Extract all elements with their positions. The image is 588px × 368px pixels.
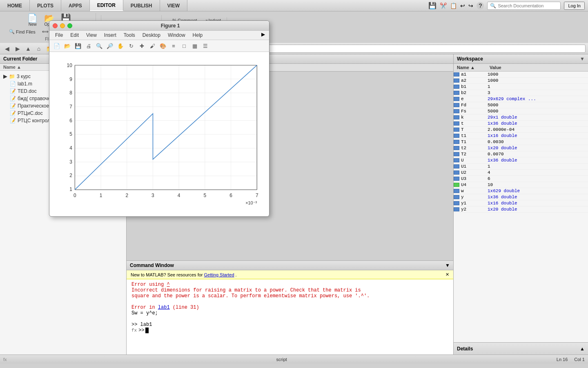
toolbar-icon-help[interactable]: ? — [477, 2, 484, 9]
cmd-lab1-link[interactable]: lab1 — [158, 305, 170, 310]
file-icon-doc2: 📝 — [10, 96, 16, 101]
cmd-title: Command Window — [130, 263, 174, 268]
file-icon-doc: 📝 — [10, 88, 16, 94]
workspace-header-btn[interactable]: ▼ — [580, 56, 585, 62]
ws-row-U4[interactable]: U4 10 — [454, 182, 588, 188]
ws-row-T1[interactable]: T1 0.0030 — [454, 139, 588, 145]
compare-icon: ⟺ — [42, 29, 49, 34]
ws-icon-U1 — [454, 164, 459, 168]
tab-view[interactable]: VIEW — [160, 0, 188, 11]
cmd-prompt-symbol: >> — [138, 328, 144, 333]
status-line: Ln 16 — [557, 357, 568, 362]
search-bar[interactable]: 🔍 — [487, 2, 561, 10]
cmd-line-errref: Error in lab1 (line 31) — [131, 305, 448, 310]
details-title: Details — [457, 346, 473, 352]
new-button[interactable]: 📄 New — [25, 13, 40, 27]
toolbar-icon-save[interactable]: 💾 — [428, 2, 437, 9]
cmd-header: Command Window ▼ — [127, 261, 453, 270]
ws-icon-t2 — [454, 146, 459, 150]
cmd-body[interactable]: Error using ^ Incorrect dimensions for r… — [127, 279, 453, 355]
tab-editor[interactable]: EDITOR — [90, 0, 123, 11]
ws-row-b2[interactable]: b2 3 — [454, 90, 588, 96]
ws-row-k[interactable]: k 29x1 double — [454, 114, 588, 121]
ws-icon-y2 — [454, 207, 459, 211]
ws-row-t[interactable]: t 1x36 double — [454, 121, 588, 127]
cmd-line-error2: Incorrect dimensions for raising a matri… — [131, 287, 448, 293]
figure-window[interactable]: Figure 1 File Edit View Insert Tools Des… — [127, 54, 270, 217]
ws-row-Fs[interactable]: Fs 5000 — [454, 108, 588, 114]
plot-svg: 1 2 3 4 5 6 7 8 9 10 0 1 2 3 — [127, 55, 266, 213]
cmd-notice: New to MATLAB? See resources for Getting… — [127, 270, 453, 279]
ws-value-header: Value — [486, 65, 588, 70]
ws-row-e[interactable]: e 29x629 complex ... — [454, 96, 588, 102]
ws-icon-b2 — [454, 91, 459, 95]
ws-row-t2[interactable]: t2 1x20 double — [454, 145, 588, 151]
nav-up-button[interactable]: ▲ — [24, 44, 33, 53]
ws-row-Fd[interactable]: Fd 5000 — [454, 102, 588, 108]
toolbar-icon-redo[interactable]: ↪ — [468, 2, 473, 9]
tab-home[interactable]: HOME — [0, 0, 30, 11]
file-icon-doc4: 📝 — [10, 110, 16, 116]
ws-icon-U4 — [454, 183, 459, 187]
details-panel[interactable]: Details ▲ — [454, 342, 588, 355]
cmd-cursor — [145, 328, 149, 333]
workspace-title: Workspace — [457, 56, 483, 62]
ws-row-t1[interactable]: t1 1x16 double — [454, 133, 588, 139]
search-input[interactable] — [498, 3, 555, 8]
new-icon: 📄 — [27, 14, 38, 22]
ws-row-a2[interactable]: a2 1000 — [454, 78, 588, 84]
nav-back-button[interactable]: ◀ — [2, 44, 11, 53]
cmd-notice-close[interactable]: ✕ — [445, 272, 449, 277]
svg-text:2: 2 — [127, 193, 128, 198]
ws-icon-a2 — [454, 79, 459, 83]
ws-row-y1[interactable]: y1 1x16 double — [454, 200, 588, 206]
find-files-button[interactable]: 🔍 Find Files — [7, 28, 38, 35]
cmd-line-blank1 — [131, 299, 448, 305]
ws-row-T2[interactable]: T2 0.0070 — [454, 151, 588, 157]
workspace-header-icons: ▼ — [580, 56, 585, 62]
login-button[interactable]: Log In — [564, 2, 585, 10]
ws-row-U1[interactable]: U1 1 — [454, 164, 588, 170]
center-stack: 📝 Editor – /Use lab1.m ✕ 1 - U1=1; 2 - — [127, 54, 453, 355]
status-right: Ln 16 Col 1 — [557, 357, 585, 362]
find-files-icon: 🔍 — [9, 29, 15, 34]
ws-row-U[interactable]: U 1x36 double — [454, 157, 588, 164]
cmd-header-icon[interactable]: ▼ — [445, 263, 450, 268]
ws-icon-y1 — [454, 201, 459, 205]
ws-row-T[interactable]: T 2.0000e-04 — [454, 127, 588, 133]
status-script: script — [276, 357, 287, 362]
ws-icon-b1 — [454, 85, 459, 89]
ws-icon-e — [454, 97, 459, 101]
cmd-notice-text: New to MATLAB? See resources for — [131, 272, 203, 277]
ws-row-a1[interactable]: a1 1000 — [454, 72, 588, 78]
nav-home-button[interactable]: ⌂ — [34, 44, 43, 53]
tab-plots[interactable]: PLOTS — [30, 0, 61, 11]
ws-row-U3[interactable]: U3 6 — [454, 176, 588, 182]
ws-icon-Fs — [454, 109, 459, 113]
editor-section: 📝 Editor – /Use lab1.m ✕ 1 - U1=1; 2 - — [127, 54, 453, 260]
ws-row-b1[interactable]: b1 1 — [454, 84, 588, 90]
ws-icon-a1 — [454, 72, 459, 76]
cmd-line-sw: Sw = y^e; — [131, 310, 448, 316]
cmd-notice-link[interactable]: Getting Started — [204, 272, 234, 277]
ws-row-y[interactable]: y 1x36 double — [454, 194, 588, 200]
ws-row-y2[interactable]: y2 1x20 double — [454, 206, 588, 213]
svg-text:3: 3 — [151, 193, 154, 198]
details-chevron[interactable]: ▲ — [580, 346, 585, 352]
status-fx-icon: fx — [3, 357, 7, 362]
file-icon-doc5: 📝 — [10, 118, 16, 123]
ws-row-w[interactable]: w 1x629 double — [454, 188, 588, 194]
toolbar-icon-copy[interactable]: 📋 — [450, 2, 457, 9]
ws-icon-U2 — [454, 171, 459, 175]
tab-apps[interactable]: APPS — [61, 0, 90, 11]
ws-icon-U — [454, 158, 459, 162]
toolbar-icon-cut[interactable]: ✂️ — [440, 2, 447, 9]
nav-forward-button[interactable]: ▶ — [13, 44, 22, 53]
cmd-prompt-line: fx >> — [131, 328, 448, 333]
ws-row-U2[interactable]: U2 4 — [454, 170, 588, 176]
tab-publish[interactable]: PUBLISH — [123, 0, 160, 11]
ws-icon-T2 — [454, 152, 459, 156]
toolbar-icon-undo[interactable]: ↩ — [460, 2, 465, 9]
ws-col-header: Name ▲ Value — [454, 64, 588, 72]
ws-icon-T — [454, 128, 459, 132]
